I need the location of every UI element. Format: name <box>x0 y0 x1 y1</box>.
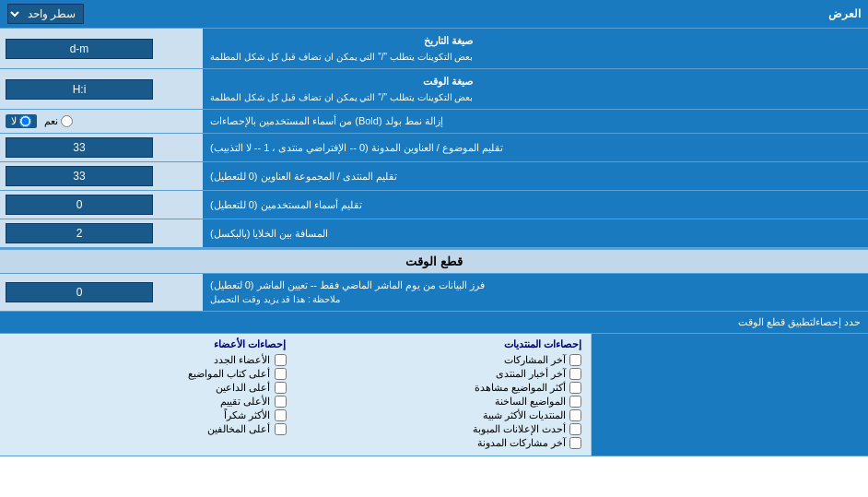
checkbox-item: الأكثر شكراً <box>9 409 287 421</box>
username-trim-row: تقليم أسماء المستخدمين (0 للتعطيل) <box>0 191 868 219</box>
checkbox-item: المنتديات الأكثر شبية <box>305 409 582 421</box>
forum-title-trim-label: تقليم المنتدى / المجموعة العناوين (0 للت… <box>203 162 868 190</box>
cutoff-row: فرز البيانات من يوم الماشر الماضي فقط --… <box>0 274 868 311</box>
title-trim-input-cell <box>0 134 203 161</box>
bold-remove-row: إزالة نمط بولد (Bold) من أسماء المستخدمي… <box>0 110 868 134</box>
checkbox-item: المواضيع الساخنة <box>305 396 582 408</box>
checkbox-top-writers[interactable] <box>275 368 287 380</box>
checkbox-item: أكثر المواضيع مشاهدة <box>305 382 582 394</box>
cell-spacing-input-cell <box>0 219 203 247</box>
members-stats-col: إحصاءات الأعضاء الأعضاء الجدد أعلى كتاب … <box>0 334 296 456</box>
checkbox-cols: إحصاءات المنتديات آخر المشاركات آخر أخبا… <box>0 334 592 456</box>
title-trim-row: تقليم الموضوع / العناوين المدونة (0 -- ا… <box>0 134 868 162</box>
checkbox-top-violators[interactable] <box>275 423 287 435</box>
members-stats-title: إحصاءات الأعضاء <box>9 338 287 350</box>
checkbox-top-inviters[interactable] <box>275 382 287 394</box>
cutoff-section-header: قطع الوقت <box>0 248 868 274</box>
title-trim-input[interactable] <box>6 137 153 158</box>
date-format-row: صيغة التاريخ بعض التكوينات يتطلب "/" الت… <box>0 29 868 69</box>
time-format-row: صيغة الوقت بعض التكوينات يتطلب "/" التي … <box>0 69 868 110</box>
checkbox-last-news[interactable] <box>569 368 581 380</box>
checkbox-new-members[interactable] <box>275 354 287 366</box>
bold-remove-input-cell: نعم لا <box>0 110 203 133</box>
forum-stats-col: إحصاءات المنتديات آخر المشاركات آخر أخبا… <box>296 334 592 456</box>
checkbox-hot-topics[interactable] <box>569 396 581 408</box>
limit-label: حدد إحصاءلتطبيق قطع الوقت <box>0 312 868 333</box>
empty-col <box>592 334 868 456</box>
display-select[interactable]: سطر واحد <box>7 4 84 24</box>
username-trim-input-cell <box>0 191 203 219</box>
checkbox-item: آخر أخبار المنتدى <box>305 368 582 380</box>
checkbox-last-blog-posts[interactable] <box>569 437 581 449</box>
time-format-label: صيغة الوقت بعض التكوينات يتطلب "/" التي … <box>203 69 868 109</box>
checkbox-item: آخر مشاركات المدونة <box>305 437 582 449</box>
checkboxes-area: إحصاءات المنتديات آخر المشاركات آخر أخبا… <box>0 334 868 456</box>
limit-label-row: حدد إحصاءلتطبيق قطع الوقت <box>0 312 868 334</box>
forum-stats-title: إحصاءات المنتديات <box>305 338 582 350</box>
bold-radio-group: نعم لا <box>6 114 73 128</box>
forum-title-trim-input-cell <box>0 162 203 190</box>
time-format-input[interactable] <box>6 79 153 100</box>
forum-title-trim-row: تقليم المنتدى / المجموعة العناوين (0 للت… <box>0 162 868 191</box>
cutoff-label: فرز البيانات من يوم الماشر الماضي فقط --… <box>203 274 868 310</box>
checkbox-item: أعلى كتاب المواضيع <box>9 368 287 380</box>
checkbox-item: أعلى المخالفين <box>9 423 287 435</box>
title-trim-label: تقليم الموضوع / العناوين المدونة (0 -- ا… <box>203 134 868 161</box>
cell-spacing-input[interactable] <box>6 223 153 243</box>
checkbox-item: آخر المشاركات <box>305 354 582 366</box>
cutoff-input[interactable] <box>6 282 153 302</box>
cell-spacing-label: المسافة بين الخلايا (بالبكسل) <box>203 219 868 247</box>
cell-spacing-row: المسافة بين الخلايا (بالبكسل) <box>0 219 868 248</box>
cutoff-input-cell <box>0 274 203 310</box>
radio-no[interactable] <box>19 115 31 127</box>
checkbox-item: الأعضاء الجدد <box>9 354 287 366</box>
checkbox-item: الأعلى تقييم <box>9 396 287 408</box>
top-section: العرض سطر واحد <box>0 0 868 29</box>
bold-remove-label: إزالة نمط بولد (Bold) من أسماء المستخدمي… <box>203 110 868 133</box>
checkbox-similar-forums[interactable] <box>569 409 581 421</box>
checkbox-latest-classifieds[interactable] <box>569 423 581 435</box>
username-trim-input[interactable] <box>6 195 153 215</box>
checkbox-item: أحدث الإعلانات المبوبة <box>305 423 582 435</box>
checkbox-most-viewed[interactable] <box>569 382 581 394</box>
checkbox-most-thanked[interactable] <box>275 409 287 421</box>
forum-title-trim-input[interactable] <box>6 166 153 186</box>
radio-yes[interactable] <box>61 115 73 127</box>
checkbox-item: أعلى الداعين <box>9 382 287 394</box>
checkbox-last-posts[interactable] <box>569 354 581 366</box>
checkbox-top-rated[interactable] <box>275 396 287 408</box>
date-format-input[interactable] <box>6 39 153 59</box>
date-format-input-cell <box>0 29 203 68</box>
top-label: العرض <box>828 7 861 20</box>
time-format-input-cell <box>0 69 203 109</box>
radio-no-label[interactable]: لا <box>6 114 37 128</box>
date-format-label: صيغة التاريخ بعض التكوينات يتطلب "/" الت… <box>203 29 868 68</box>
username-trim-label: تقليم أسماء المستخدمين (0 للتعطيل) <box>203 191 868 219</box>
radio-yes-label[interactable]: نعم <box>44 115 73 127</box>
